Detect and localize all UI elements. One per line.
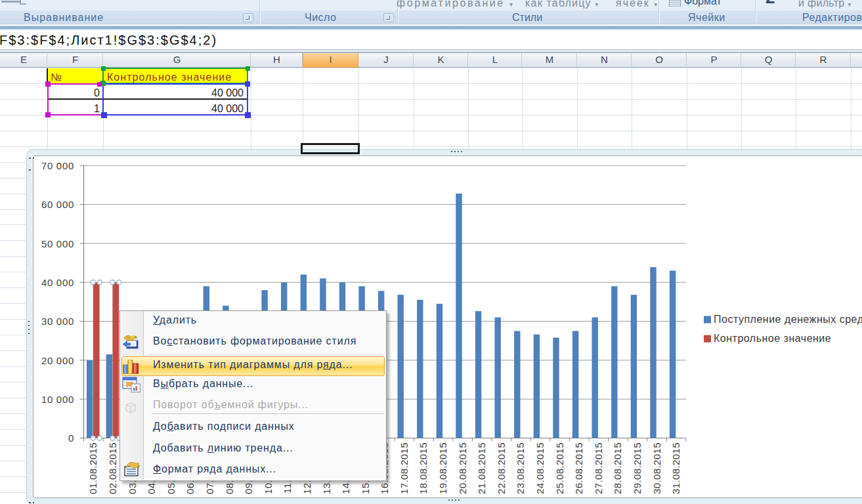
svg-text:27.08.2015: 27.08.2015 (593, 442, 604, 494)
svg-text:10 000: 10 000 (41, 394, 74, 405)
svg-text:20.08.2015: 20.08.2015 (457, 442, 468, 494)
svg-text:40 000: 40 000 (41, 277, 74, 288)
svg-text:70 000: 70 000 (41, 160, 74, 171)
svg-text:17.08.2015: 17.08.2015 (399, 442, 410, 494)
svg-text:0: 0 (68, 432, 74, 444)
svg-text:21.08.2015: 21.08.2015 (476, 442, 487, 494)
svg-text:18.08.2015: 18.08.2015 (418, 442, 429, 494)
svg-text:22.08.2015: 22.08.2015 (496, 442, 507, 494)
svg-text:26.08.2015: 26.08.2015 (573, 442, 584, 494)
svg-text:30 000: 30 000 (41, 316, 74, 327)
svg-text:50 000: 50 000 (41, 238, 74, 249)
svg-text:24.08.2015: 24.08.2015 (534, 442, 546, 494)
svg-text:Контрольное значение: Контрольное значение (714, 333, 831, 344)
svg-text:01.08.2015: 01.08.2015 (87, 442, 98, 494)
svg-text:20 000: 20 000 (41, 355, 74, 366)
svg-text:60 000: 60 000 (41, 199, 74, 210)
svg-text:Поступление денежных средств: Поступление денежных средств (714, 314, 862, 325)
svg-text:23.08.2015: 23.08.2015 (515, 442, 526, 494)
svg-text:28.08.2015: 28.08.2015 (612, 442, 623, 494)
svg-text:30.08.2015: 30.08.2015 (651, 442, 662, 494)
svg-text:19.08.2015: 19.08.2015 (437, 442, 448, 494)
svg-text:02.08.2015: 02.08.2015 (107, 442, 118, 494)
svg-text:29.08.2015: 29.08.2015 (632, 442, 643, 494)
svg-text:25.08.2015: 25.08.2015 (554, 442, 565, 494)
svg-text:31.08.2015: 31.08.2015 (670, 442, 681, 494)
